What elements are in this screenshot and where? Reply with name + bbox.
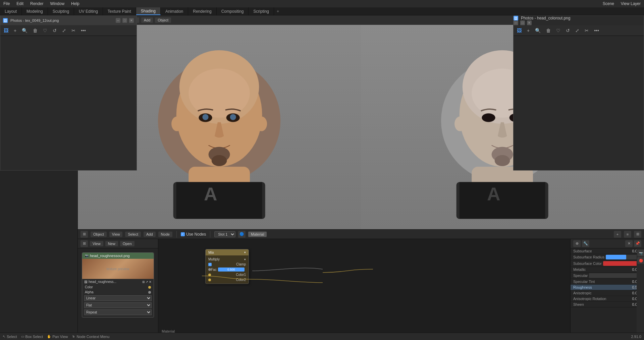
use-nodes-checkbox[interactable]: ✓ <box>181 232 185 236</box>
prop-anisotropic-label: Anisotropic <box>573 291 591 295</box>
photo-tool-image[interactable]: 🖼 <box>2 27 10 34</box>
menu-edit[interactable]: Edit <box>13 1 27 7</box>
photo-tool-delete[interactable]: 🗑 <box>32 27 39 34</box>
image-repeat: Repeat <box>82 309 154 316</box>
svg-point-8 <box>203 114 209 120</box>
slot-icon[interactable]: 🔵 <box>238 231 246 238</box>
tab-modeling[interactable]: Modeling <box>22 7 48 15</box>
photo-tool-resize[interactable]: ⤢ <box>61 27 67 34</box>
photo-tool-2-add[interactable]: + <box>526 27 531 34</box>
tab-animation[interactable]: Animation <box>161 7 188 15</box>
color2-input-socket <box>208 279 211 281</box>
prop-subsurface-radius-bar[interactable] <box>606 255 640 259</box>
photo-tool-2-scissors[interactable]: ✂ <box>583 27 590 34</box>
photo-tool-add[interactable]: + <box>12 27 18 34</box>
svg-point-11 <box>212 155 227 166</box>
photo-viewer-2-icon: 🖼 <box>514 16 518 20</box>
mix-clamp-label: Clamp <box>236 262 246 266</box>
node-select[interactable]: Select <box>125 232 141 237</box>
version-label: 2.91.0 <box>631 335 641 339</box>
node-left-view[interactable]: View <box>90 241 103 246</box>
photo-tool-2-zoom-in[interactable]: 🔍 <box>534 27 542 34</box>
menu-render[interactable]: Render <box>27 1 47 7</box>
node-right-pin[interactable]: 📌 <box>634 240 641 247</box>
prop-specular-bar[interactable] <box>589 273 640 278</box>
node-left-open[interactable]: Open <box>120 241 135 246</box>
tab-layout[interactable]: Layout <box>0 7 22 15</box>
photo-tool-2-heart[interactable]: ♡ <box>555 27 562 34</box>
photo-viewer-2-maximize[interactable]: □ <box>520 20 525 25</box>
menu-help[interactable]: Help <box>68 1 83 7</box>
clamp-checkbox[interactable]: ✓ <box>208 263 212 266</box>
add-workspace-tab[interactable]: + <box>274 8 282 15</box>
multiply-dropdown[interactable]: ▾ <box>244 258 246 261</box>
prop-subsurface-color-label: Subsurface Color <box>573 261 602 265</box>
tab-shading[interactable]: Shading <box>136 7 161 15</box>
node-right-icon-1[interactable]: ⊕ <box>573 240 581 247</box>
node-tool-2[interactable]: ≡ <box>624 231 631 238</box>
use-nodes-toggle[interactable]: ✓ Use Nodes <box>181 232 206 237</box>
interpolation-select[interactable]: Linear <box>84 295 152 301</box>
status-pan-view: ✋ Pan View <box>47 335 68 339</box>
mix-fac-row: Fac 0.500 <box>206 267 249 272</box>
photo-viewer-1-close[interactable]: ✕ <box>129 18 134 23</box>
node-right-close[interactable]: ✕ <box>625 240 633 247</box>
status-select: ↖ Select <box>3 335 17 339</box>
menu-window[interactable]: Window <box>47 1 68 7</box>
prop-specular-label: Specular <box>573 274 588 278</box>
photo-tool-scissors[interactable]: ✂ <box>70 27 77 34</box>
extension-select[interactable]: Flat <box>84 302 152 308</box>
tab-sculpting[interactable]: Sculpting <box>48 7 74 15</box>
properties-list: Subsurface 0.010 Subsurface Radius Subsu… <box>571 248 644 307</box>
tab-scripting[interactable]: Scripting <box>249 7 274 15</box>
photo-tool-2-more[interactable]: ••• <box>593 27 600 34</box>
node-object-mode[interactable]: Object <box>91 232 107 237</box>
props-icon-material[interactable]: 🔴 <box>637 257 644 264</box>
node-left-new[interactable]: New <box>105 241 118 246</box>
photo-viewer-1-icon: 🖼 <box>3 18 8 23</box>
node-add[interactable]: Add <box>144 232 156 237</box>
node-view[interactable]: View <box>109 232 123 237</box>
repeat-select[interactable]: Repeat <box>84 309 152 315</box>
photo-tool-2-resize[interactable]: ⤢ <box>574 27 581 34</box>
props-icon-camera[interactable]: 📷 <box>637 250 644 256</box>
photo-viewer-2-title: 🖼 Photos - head_colorout.png ─ □ ✕ <box>514 16 644 25</box>
slot-dropdown[interactable]: Slot 1 <box>214 231 235 237</box>
node-right-icon-2[interactable]: 🔧 <box>582 240 589 247</box>
vp-object[interactable]: Object <box>155 17 171 23</box>
image-settings: Linear <box>82 295 154 302</box>
photo-viewer-2-minimize[interactable]: ─ <box>514 20 518 25</box>
menu-file[interactable]: File <box>0 1 13 7</box>
node-node[interactable]: Node <box>158 232 172 237</box>
tab-uv-editing[interactable]: UV Editing <box>74 7 103 15</box>
svg-point-26 <box>454 116 466 131</box>
pan-icon: ✋ <box>47 335 51 338</box>
photo-viewer-1-minimize[interactable]: ─ <box>116 18 120 23</box>
photo-viewer-2-controls: ─ □ ✕ <box>514 20 644 25</box>
photo-tool-2-rotate[interactable]: ↺ <box>565 27 571 34</box>
mix-node-dropdown[interactable]: ▾ <box>244 251 246 254</box>
node-context-icon: 🖱 <box>72 335 75 338</box>
photo-tool-zoom-in[interactable]: 🔍 <box>20 27 29 34</box>
photo-tool-rotate[interactable]: ↺ <box>51 27 58 34</box>
prop-metallic-label: Metallic <box>573 268 586 272</box>
toolbar-divider <box>176 231 177 238</box>
fac-value-bar[interactable]: 0.500 <box>218 268 245 272</box>
photo-tool-2-delete[interactable]: 🗑 <box>545 27 552 34</box>
photo-viewer-1-maximize[interactable]: □ <box>122 18 127 23</box>
mix-node-header: Mix ▾ <box>206 249 249 255</box>
image-file-btns[interactable]: ⊞ ↗ ✕ <box>142 280 152 284</box>
photo-tool-2-image[interactable]: 🖼 <box>516 27 523 34</box>
tab-compositing[interactable]: Compositing <box>217 7 249 15</box>
node-tool-3[interactable]: ⊞ <box>634 231 641 238</box>
tab-rendering[interactable]: Rendering <box>188 7 216 15</box>
vp-add[interactable]: Add <box>141 17 153 23</box>
photo-tool-more[interactable]: ••• <box>79 27 87 34</box>
photo-viewer-2-close[interactable]: ✕ <box>527 20 532 25</box>
photo-tool-heart[interactable]: ♡ <box>42 27 49 34</box>
mix-node-title: Mix <box>208 250 214 254</box>
prop-subsurface-color-bar[interactable] <box>603 261 640 266</box>
node-tool-1[interactable]: + <box>614 231 621 238</box>
node-right-icons-2: ✕ 📌 <box>625 240 641 247</box>
tab-texture-paint[interactable]: Texture Paint <box>103 7 136 15</box>
